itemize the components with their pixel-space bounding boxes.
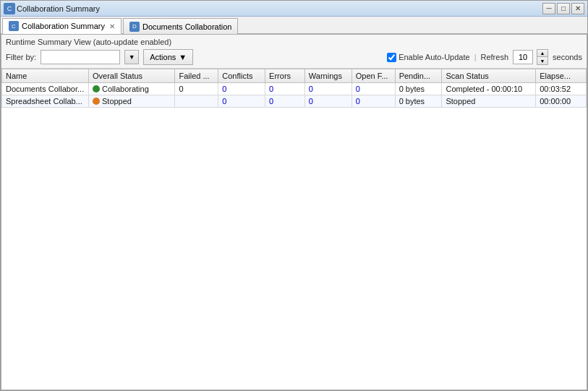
col-header-errors[interactable]: Errors [265, 69, 305, 83]
table-container: Name Overall Status Failed ... Conflicts… [1, 69, 587, 390]
tab-close-1[interactable]: ✕ [109, 22, 115, 30]
col-header-failed[interactable]: Failed ... [175, 69, 218, 83]
cell-conflicts: 0 [218, 95, 265, 108]
tab-label-2: Documents Collaboration [142, 22, 232, 31]
spinner-up-button[interactable]: ▲ [537, 50, 547, 57]
col-header-warnings[interactable]: Warnings [304, 69, 351, 83]
col-header-overall-status[interactable]: Overall Status [88, 69, 174, 83]
cell-failed: 0 [175, 83, 218, 95]
window-icon: C [4, 3, 15, 14]
filter-dropdown[interactable]: ▼ [124, 50, 139, 64]
status-icon [93, 85, 100, 93]
col-header-name[interactable]: Name [2, 69, 89, 83]
cell-elapsed: 00:03:52 [536, 83, 587, 95]
actions-button[interactable]: Actions ▼ [143, 49, 193, 65]
cell-open-f: 0 [351, 83, 395, 95]
tab-documents-collaboration[interactable]: D Documents Collaboration [123, 18, 239, 34]
cell-elapsed: 00:00:00 [536, 95, 587, 108]
cell-scan-status: Completed - 00:00:10 [442, 83, 536, 95]
auto-update-area: Enable Auto-Update | Refresh ▲ ▼ seconds [387, 49, 582, 65]
actions-arrow-icon: ▼ [179, 53, 187, 61]
minimize-button[interactable]: ─ [542, 3, 555, 14]
cell-overall-status: Collaborating [88, 83, 174, 95]
refresh-label: Refresh [480, 53, 508, 61]
cell-conflicts: 0 [218, 83, 265, 95]
status-icon [93, 98, 100, 105]
cell-warnings: 0 [304, 83, 351, 95]
tab-collaboration-summary[interactable]: C Collaboration Summary ✕ [2, 18, 122, 34]
col-header-elapsed[interactable]: Elapse... [536, 69, 587, 83]
table-header-row: Name Overall Status Failed ... Conflicts… [2, 69, 587, 83]
tab-icon-2: D [129, 22, 140, 32]
tabs-bar: C Collaboration Summary ✕ D Documents Co… [1, 17, 587, 34]
status-text: Stopped [102, 97, 132, 106]
close-button[interactable]: ✕ [571, 3, 584, 14]
actions-label: Actions [150, 53, 176, 61]
col-header-pending[interactable]: Pendin... [395, 69, 442, 83]
cell-overall-status: Stopped [88, 95, 174, 108]
table-row: Spreadsheet Collab... Stopped 0 0 0 0 0 … [2, 95, 587, 108]
main-content: Runtime Summary View (auto-update enable… [1, 34, 587, 390]
seconds-label: seconds [553, 53, 582, 61]
main-window: C Collaboration Summary ─ □ ✕ C Collabor… [0, 0, 588, 391]
cell-name: Spreadsheet Collab... [2, 95, 89, 108]
col-header-open-f[interactable]: Open F... [351, 69, 395, 83]
status-text: Collaborating [102, 85, 149, 93]
cell-pending: 0 bytes [395, 83, 442, 95]
col-header-scan-status[interactable]: Scan Status [442, 69, 536, 83]
refresh-spinner: ▲ ▼ [537, 49, 548, 65]
toolbar: Runtime Summary View (auto-update enable… [1, 35, 587, 69]
spinner-down-button[interactable]: ▼ [537, 57, 547, 64]
window-controls: ─ □ ✕ [542, 3, 584, 14]
tab-icon-1: C [9, 21, 19, 31]
auto-update-checkbox[interactable] [387, 53, 396, 62]
auto-update-text: Enable Auto-Update [399, 53, 469, 61]
filter-input[interactable] [41, 50, 120, 64]
cell-pending: 0 bytes [395, 95, 442, 108]
cell-warnings: 0 [304, 95, 351, 108]
table-row: Documents Collabor... Collaborating 0 0 … [2, 83, 587, 95]
filter-label: Filter by: [6, 53, 36, 61]
cell-failed [175, 95, 218, 108]
cell-scan-status: Stopped [442, 95, 536, 108]
cell-name: Documents Collabor... [2, 83, 89, 95]
runtime-label: Runtime Summary View (auto-update enable… [6, 38, 582, 46]
cell-open-f: 0 [351, 95, 395, 108]
title-bar: C Collaboration Summary ─ □ ✕ [1, 1, 587, 17]
toolbar-row: Filter by: ▼ Actions ▼ Enable Auto-Updat… [6, 49, 582, 65]
cell-errors: 0 [265, 83, 305, 95]
cell-errors: 0 [265, 95, 305, 108]
collaboration-table: Name Overall Status Failed ... Conflicts… [1, 69, 587, 108]
refresh-value-input[interactable] [513, 50, 533, 64]
window-title: Collaboration Summary [17, 4, 100, 13]
auto-update-checkbox-label[interactable]: Enable Auto-Update [387, 53, 469, 62]
restore-button[interactable]: □ [557, 3, 570, 14]
tab-label-1: Collaboration Summary [22, 22, 105, 30]
title-bar-left: C Collaboration Summary [4, 3, 100, 14]
col-header-conflicts[interactable]: Conflicts [218, 69, 265, 83]
